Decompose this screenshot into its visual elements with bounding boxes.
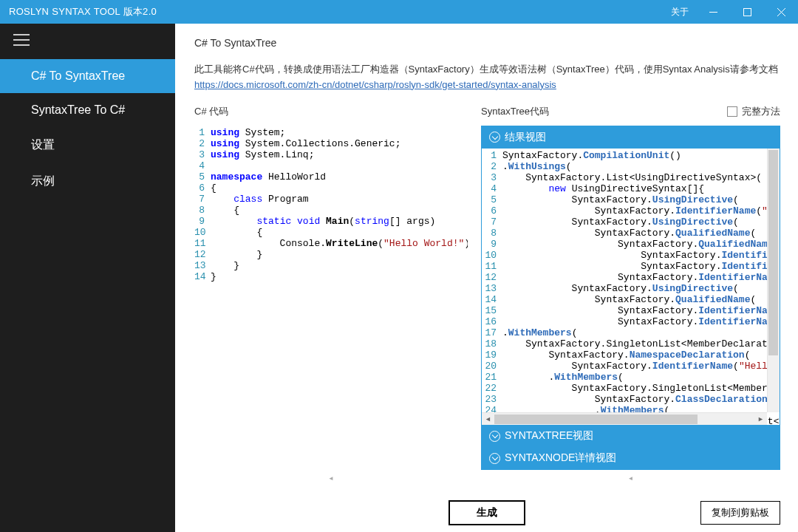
titlebar: ROSLYN SYNTAX TOOL 版本2.0 关于 (0, 0, 798, 24)
copy-clipboard-button[interactable]: 复制到剪贴板 (700, 501, 780, 525)
section-result-label: 结果视图 (505, 131, 546, 144)
desc-text: 此工具能将C#代码，转换成使用语法工厂构造器（SyntaxFactory）生成等… (194, 64, 778, 75)
syntaxtree-header: SyntaxTree代码 (481, 105, 549, 118)
split-toggle-left[interactable] (194, 470, 468, 486)
close-button[interactable] (764, 0, 798, 24)
chevron-down-icon (489, 453, 500, 464)
nav-item-0[interactable]: C# To SyntaxTree (0, 59, 175, 93)
nav-item-1[interactable]: SyntaxTree To C# (0, 93, 175, 127)
full-method-label: 完整方法 (742, 105, 780, 118)
section-syntaxnode-header[interactable]: SYNTAXNODE详情视图 (482, 447, 780, 469)
csharp-column: C# 代码 1using System;2using System.Collec… (194, 105, 468, 486)
chevron-down-icon (489, 132, 500, 143)
csharp-editor[interactable]: 1using System;2using System.Collections.… (194, 126, 468, 470)
svg-rect-1 (743, 8, 751, 16)
split-toggle-right[interactable] (481, 470, 780, 486)
nav-item-2[interactable]: 设置 (0, 127, 175, 163)
csharp-header: C# 代码 (194, 105, 228, 118)
main-panel: C# To SyntaxTree 此工具能将C#代码，转换成使用语法工厂构造器（… (175, 24, 798, 532)
doc-link[interactable]: https://docs.microsoft.com/zh-cn/dotnet/… (194, 79, 556, 90)
section-syntaxnode-label: SYNTAXNODE详情视图 (505, 451, 616, 465)
maximize-button[interactable] (730, 0, 764, 24)
page-description: 此工具能将C#代码，转换成使用语法工厂构造器（SyntaxFactory）生成等… (194, 62, 780, 93)
vertical-scrollbar[interactable] (767, 149, 780, 412)
chevron-down-icon (489, 431, 500, 442)
syntaxtree-column: SyntaxTree代码 完整方法 结果视图 1SyntaxFactory.Co… (481, 105, 780, 486)
result-code-area[interactable]: 1SyntaxFactory.CompilationUnit()2.WithUs… (482, 149, 780, 425)
nav-list: C# To SyntaxTreeSyntaxTree To C#设置示例 (0, 59, 175, 200)
full-method-checkbox[interactable] (727, 106, 737, 117)
footer: 生成 复制到剪贴板 (175, 494, 798, 532)
generate-button[interactable]: 生成 (449, 500, 525, 525)
nav-item-3[interactable]: 示例 (0, 163, 175, 200)
app-title: ROSLYN SYNTAX TOOL 版本2.0 (9, 5, 666, 18)
hamburger-icon (13, 34, 30, 46)
sidebar: C# To SyntaxTreeSyntaxTree To C#设置示例 (0, 24, 175, 532)
horizontal-scrollbar[interactable]: ◄► (482, 412, 767, 425)
section-syntaxtree-label: SYNTAXTREE视图 (505, 429, 593, 443)
section-result-header[interactable]: 结果视图 (482, 126, 780, 149)
minimize-button[interactable] (696, 0, 730, 24)
about-link[interactable]: 关于 (666, 6, 693, 18)
hamburger-menu[interactable] (0, 24, 175, 59)
page-title: C# To SyntaxTree (194, 37, 780, 49)
section-syntaxtree-header[interactable]: SYNTAXTREE视图 (482, 425, 780, 447)
